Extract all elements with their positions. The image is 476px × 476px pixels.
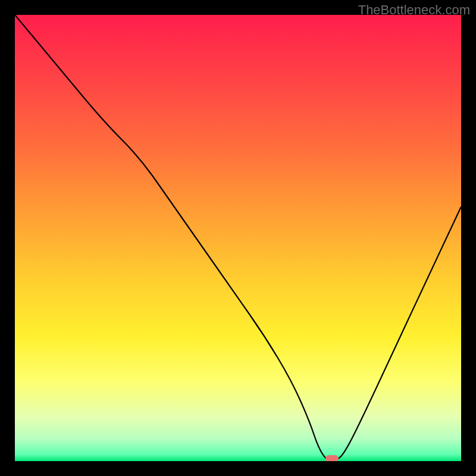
watermark-text: TheBottleneck.com [358,2,470,18]
optimal-marker [325,455,339,461]
bottleneck-curve [15,15,461,461]
plot-area [15,15,461,461]
